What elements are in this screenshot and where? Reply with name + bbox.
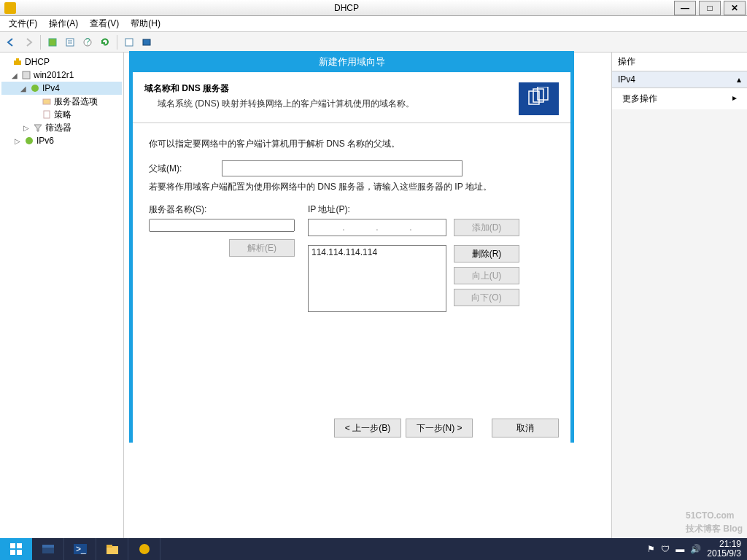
app-icon (4, 2, 16, 14)
cancel-button[interactable]: 取消 (492, 419, 559, 438)
policy-icon (41, 109, 53, 120)
watermark: 51CTO.com 技术博客 Blog (686, 504, 743, 535)
arrow-right-icon: ▸ (732, 93, 737, 105)
forward-button[interactable] (20, 34, 36, 50)
tray-shield-icon[interactable]: 🛡 (661, 544, 670, 554)
svg-text:>_: >_ (76, 544, 86, 554)
tray-network-icon[interactable]: ▬ (676, 544, 684, 554)
svg-rect-6 (125, 39, 133, 46)
system-tray[interactable]: ⚑ 🛡 ▬ 🔊 21:19 2015/9/3 (641, 540, 747, 559)
ip-octet-2[interactable] (348, 221, 373, 234)
parent-domain-input[interactable] (222, 160, 462, 176)
tree-root[interactable]: DHCP (1, 55, 122, 69)
task-dhcp[interactable] (128, 538, 160, 560)
maximize-button[interactable]: □ (699, 1, 721, 15)
window-title: DHCP (20, 3, 673, 13)
wizard-heading: 域名称和 DNS 服务器 (144, 82, 519, 95)
ip-address-input[interactable]: . . . (308, 219, 446, 236)
actions-panel: 操作 IPv4 ▴ 更多操作 ▸ (612, 52, 747, 538)
tree-ipv4[interactable]: ◢ IPv4 (1, 82, 122, 95)
tree-panel: DHCP ◢ win2012r1 ◢ IPv4 服务器选项 策略 ▷ 筛选器 (0, 52, 124, 538)
filter-icon (32, 122, 44, 133)
back-button[interactable] (3, 34, 19, 50)
svg-point-28 (139, 544, 150, 554)
actions-title: 操作 (612, 52, 747, 71)
close-button[interactable]: ✕ (724, 1, 746, 15)
menu-help[interactable]: 帮助(H) (126, 16, 165, 31)
next-button[interactable]: 下一步(N) > (406, 419, 473, 438)
tree-server[interactable]: ◢ win2012r1 (1, 69, 122, 82)
options-icon (41, 96, 53, 107)
actions-more[interactable]: 更多操作 ▸ (612, 88, 747, 109)
resolve-button[interactable]: 解析(E) (229, 239, 295, 257)
svg-rect-12 (43, 99, 50, 104)
server-name-label: 服务器名称(S): (149, 203, 295, 216)
tree-ipv4-label: IPv4 (42, 83, 60, 93)
ip-list-item[interactable]: 114.114.114.114 (311, 247, 443, 257)
svg-rect-20 (10, 550, 15, 555)
svg-point-14 (26, 137, 33, 144)
svg-rect-18 (10, 543, 15, 548)
svg-rect-23 (42, 545, 54, 548)
wizard-banner-icon (519, 82, 559, 115)
tray-flag-icon[interactable]: ⚑ (647, 544, 655, 554)
toolbar-icon-1[interactable] (44, 34, 61, 50)
menu-action[interactable]: 操作(A) (44, 16, 82, 31)
toolbar-icon-5[interactable] (139, 34, 155, 50)
tree-ipv6-label: IPv6 (36, 136, 54, 146)
ipv4-icon (29, 82, 41, 94)
svg-rect-7 (143, 39, 150, 45)
server-icon (20, 69, 32, 81)
ip-list[interactable]: 114.114.114.114 (308, 245, 446, 312)
svg-rect-13 (44, 111, 50, 118)
wizard-instr1: 你可以指定要网络中的客户端计算机用于解析 DNS 名称的父域。 (149, 138, 554, 150)
tree-server-options[interactable]: 服务器选项 (1, 95, 122, 108)
wizard-dialog: 新建作用域向导 域名称和 DNS 服务器 域名系统 (DNS) 映射并转换网络上… (129, 51, 574, 443)
wizard-instr2: 若要将作用域客户端配置为使用你网络中的 DNS 服务器，请输入这些服务器的 IP… (149, 181, 554, 193)
refresh-button[interactable] (97, 34, 113, 50)
svg-rect-27 (107, 545, 112, 548)
svg-rect-19 (17, 543, 22, 548)
svg-rect-21 (17, 550, 22, 555)
remove-button[interactable]: 删除(R) (454, 245, 519, 262)
up-button[interactable]: 向上(U) (454, 267, 519, 284)
toolbar-icon-4[interactable] (121, 34, 137, 50)
toolbar-icon-3[interactable]: ? (80, 34, 96, 50)
parent-domain-label: 父域(M): (149, 163, 222, 175)
window-titlebar: DHCP — □ ✕ (0, 0, 747, 16)
menu-view[interactable]: 查看(V) (85, 16, 123, 31)
wizard-header: 域名称和 DNS 服务器 域名系统 (DNS) 映射并转换网络上的客户端计算机使… (133, 75, 570, 123)
menu-file[interactable]: 文件(F) (4, 16, 42, 31)
tray-clock[interactable]: 21:19 2015/9/3 (707, 540, 741, 559)
add-button[interactable]: 添加(D) (454, 219, 519, 236)
tray-sound-icon[interactable]: 🔊 (690, 544, 701, 554)
prev-button[interactable]: < 上一步(B) (334, 419, 401, 438)
tree-filters[interactable]: ▷ 筛选器 (1, 121, 122, 134)
ip-octet-1[interactable] (314, 221, 339, 234)
taskbar: >_ ⚑ 🛡 ▬ 🔊 21:19 2015/9/3 (0, 538, 747, 560)
tree-server-label: win2012r1 (34, 70, 74, 80)
server-name-input[interactable] (149, 219, 295, 232)
task-server-manager[interactable] (32, 538, 64, 560)
tree-ipv6[interactable]: ▷ IPv6 (1, 134, 122, 147)
actions-more-label: 更多操作 (622, 93, 657, 105)
actions-section-label: IPv4 (618, 74, 635, 85)
task-explorer[interactable] (96, 538, 128, 560)
ip-address-label: IP 地址(P): (308, 203, 519, 216)
tree-filters-label: 筛选器 (45, 122, 71, 134)
minimize-button[interactable]: — (674, 1, 696, 15)
down-button[interactable]: 向下(O) (454, 289, 519, 306)
task-powershell[interactable]: >_ (64, 538, 96, 560)
tree-root-label: DHCP (25, 57, 50, 67)
svg-rect-0 (49, 39, 56, 46)
toolbar: ? (0, 32, 747, 52)
tree-policies[interactable]: 策略 (1, 108, 122, 121)
actions-section[interactable]: IPv4 ▴ (612, 71, 747, 88)
ip-octet-3[interactable] (382, 221, 406, 234)
start-button[interactable] (0, 538, 32, 560)
svg-point-11 (31, 85, 39, 92)
toolbar-icon-2[interactable] (62, 34, 78, 50)
ip-octet-4[interactable] (415, 221, 440, 234)
menubar: 文件(F) 操作(A) 查看(V) 帮助(H) (0, 16, 747, 32)
svg-rect-1 (66, 39, 74, 46)
